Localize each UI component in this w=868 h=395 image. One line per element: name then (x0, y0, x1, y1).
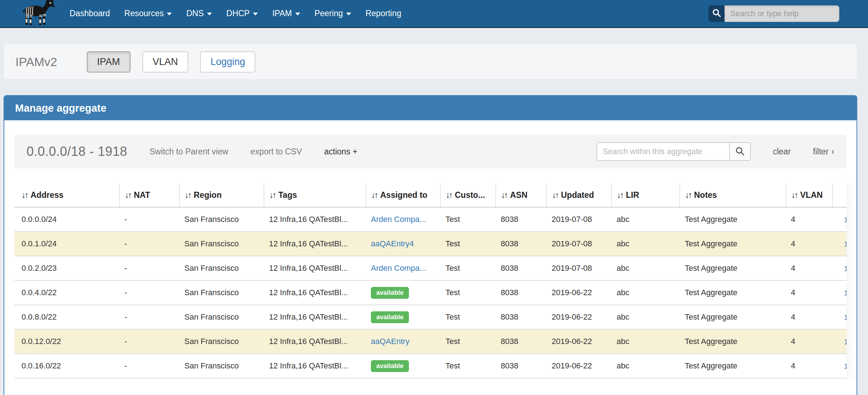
page-title: IPAMv2 (15, 55, 57, 69)
nav-item-dashboard[interactable]: Dashboard (70, 9, 110, 18)
cell-lir: abc (612, 354, 680, 378)
export-csv-link[interactable]: export to CSV (251, 147, 302, 157)
cell-region: San Franscisco (179, 232, 264, 256)
cell-address: 0.0.16.0/22 (14, 354, 119, 378)
aggregate-search-button[interactable] (730, 142, 751, 161)
app-logo[interactable] (19, 0, 56, 28)
cell-vlan: 4 (786, 207, 832, 232)
nav-item-dhcp[interactable]: DHCP (226, 9, 258, 18)
column-label: NAT (134, 190, 150, 200)
cell-updated: 2019-07-08 (547, 256, 612, 280)
nav-label: Dashboard (70, 9, 110, 18)
column-partial (832, 183, 846, 207)
nav-item-peering[interactable]: Peering (315, 9, 351, 18)
tab-vlan[interactable]: VLAN (142, 51, 189, 73)
cell-updated: 2019-07-08 (547, 232, 612, 256)
nav-item-resources[interactable]: Resources (124, 9, 172, 18)
cell-customer: Test (440, 207, 496, 232)
clipped-link[interactable]: 19 (844, 240, 846, 248)
table-row[interactable]: 0.0.1.0/24-San Franscisco12 Infra,16 QAT… (14, 232, 846, 256)
column-assigned-to[interactable]: ↓↑Assigned to (366, 183, 440, 207)
cell-asn: 8038 (496, 354, 547, 378)
column-notes[interactable]: ↓↑Notes (680, 183, 786, 207)
sort-icon: ↓↑ (125, 190, 131, 200)
sort-icon: ↓↑ (269, 190, 275, 200)
aggregate-label: 0.0.0.0/18 - 1918 (27, 144, 127, 159)
cell-partial: 19 (832, 354, 846, 378)
clipped-link[interactable]: 19 (844, 215, 846, 224)
table-row[interactable]: 0.0.8.0/22-San Franscisco12 Infra,16 QAT… (14, 305, 846, 329)
sort-icon: ↓↑ (617, 190, 623, 200)
cell-tags: 12 Infra,16 QATestBl... (264, 305, 366, 329)
clipped-link[interactable]: 19 (844, 264, 846, 273)
table-row[interactable]: 0.0.16.0/22-San Franscisco12 Infra,16 QA… (14, 354, 846, 378)
nav-item-reporting[interactable]: Reporting (365, 9, 401, 18)
switch-parent-view-link[interactable]: Switch to Parent view (150, 147, 228, 157)
column-asn[interactable]: ↓↑ASN (496, 183, 547, 207)
assigned-to-link[interactable]: aaQAEntry (371, 337, 410, 346)
column-tags[interactable]: ↓↑Tags (264, 183, 366, 207)
tab-ipam[interactable]: IPAM (87, 51, 131, 73)
panel-body: 0.0.0.0/18 - 1918 Switch to Parent view … (4, 135, 857, 378)
available-badge[interactable]: available (371, 311, 409, 323)
tab-logging[interactable]: Logging (200, 51, 255, 73)
assigned-to-link[interactable]: Arden Compa... (371, 215, 426, 224)
clipped-link[interactable]: 19 (844, 289, 846, 297)
cell-assigned-to: aaQAEntry (366, 329, 440, 354)
cell-customer: Test (440, 305, 496, 329)
assigned-to-link[interactable]: aaQAEntry4 (371, 239, 414, 248)
clipped-link[interactable]: 19 (844, 338, 846, 346)
cell-updated: 2019-06-22 (547, 329, 612, 354)
nav-item-dns[interactable]: DNS (186, 9, 212, 18)
panel-header: Manage aggregate (4, 96, 857, 120)
cell-partial: 19 (832, 207, 846, 232)
cell-partial: 19 (832, 305, 846, 329)
column-label: Updated (561, 190, 594, 200)
caret-down-icon (295, 13, 300, 15)
column-lir[interactable]: ↓↑LIR (612, 183, 680, 207)
table-row[interactable]: 0.0.0.0/24-San Franscisco12 Infra,16 QAT… (14, 207, 846, 232)
cell-notes: Test Aggregate (680, 256, 786, 280)
column-updated[interactable]: ↓↑Updated (547, 183, 612, 207)
sort-icon: ↓↑ (791, 190, 797, 200)
table-row[interactable]: 0.0.2.0/23-San Franscisco12 Infra,16 QAT… (14, 256, 846, 280)
global-search-button[interactable] (708, 5, 725, 22)
cell-assigned-to: available (366, 280, 440, 305)
column-customer[interactable]: ↓↑Custo... (440, 183, 496, 207)
cell-region: San Franscisco (179, 280, 264, 305)
available-badge[interactable]: available (371, 287, 409, 299)
scroll-edge-fade (846, 183, 857, 378)
column-address[interactable]: ↓↑Address (14, 183, 119, 207)
cell-partial: 19 (832, 280, 846, 305)
cell-lir: abc (612, 305, 680, 329)
column-nat[interactable]: ↓↑NAT (119, 183, 179, 207)
assigned-to-link[interactable]: Arden Compa... (371, 264, 426, 273)
aggregate-table: ↓↑Address ↓↑NAT ↓↑Region ↓↑Tags ↓↑Assign… (14, 183, 846, 378)
cell-region: San Franscisco (179, 305, 264, 329)
global-search-input[interactable] (725, 5, 839, 22)
clear-link[interactable]: clear (773, 147, 791, 157)
actions-menu[interactable]: actions + (324, 147, 358, 157)
toolbar-right: clear filter› (596, 142, 834, 161)
clipped-link[interactable]: 19 (844, 362, 846, 371)
aggregate-search-input[interactable] (596, 142, 730, 161)
cell-assigned-to: available (366, 354, 440, 378)
sort-icon: ↓↑ (552, 190, 558, 200)
clipped-link[interactable]: 19 (844, 313, 846, 322)
available-badge[interactable]: available (371, 360, 409, 372)
caret-down-icon (253, 13, 258, 15)
aggregate-table-wrap: ↓↑Address ↓↑NAT ↓↑Region ↓↑Tags ↓↑Assign… (14, 183, 846, 378)
cell-updated: 2019-06-22 (547, 305, 612, 329)
table-header-row: ↓↑Address ↓↑NAT ↓↑Region ↓↑Tags ↓↑Assign… (14, 183, 846, 207)
column-vlan[interactable]: ↓↑VLAN (786, 183, 832, 207)
table-row[interactable]: 0.0.4.0/22-San Franscisco12 Infra,16 QAT… (14, 280, 846, 305)
filter-link[interactable]: filter› (813, 147, 834, 157)
panel-title: Manage aggregate (15, 102, 107, 114)
cell-vlan: 4 (786, 280, 832, 305)
column-region[interactable]: ↓↑Region (179, 183, 264, 207)
nav-item-ipam[interactable]: IPAM (272, 9, 300, 18)
table-row[interactable]: 0.0.12.0/22-San Franscisco12 Infra,16 QA… (14, 329, 846, 354)
cell-tags: 12 Infra,16 QATestBl... (264, 354, 366, 378)
cell-asn: 8038 (496, 256, 547, 280)
okapi-logo-icon (19, 0, 56, 28)
